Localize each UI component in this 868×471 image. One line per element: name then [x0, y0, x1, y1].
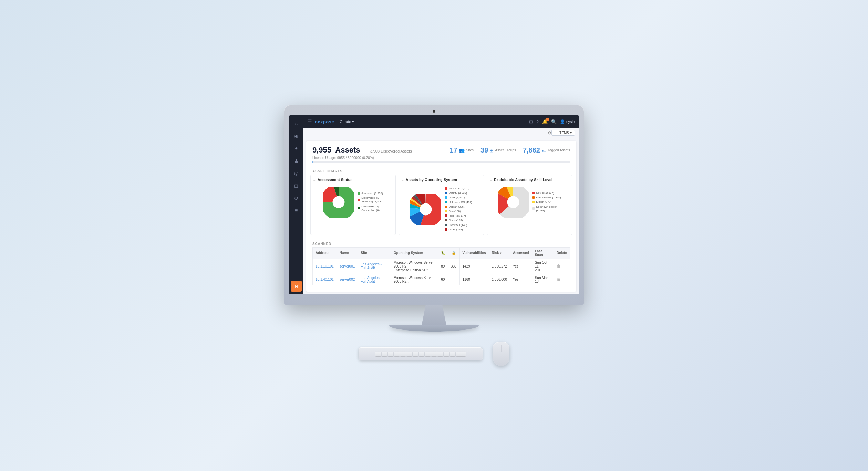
monitor-stand-base	[389, 325, 479, 332]
legend-redhat: Red Hat (177)	[445, 214, 472, 218]
keyboard	[359, 347, 483, 360]
sidebar-item-messages[interactable]: ◉	[291, 130, 302, 142]
legend-ubuntu: Ubuntu (3,039)	[445, 191, 472, 195]
sites-count: 17	[450, 146, 457, 154]
col-assessed[interactable]: Assessed	[510, 247, 532, 259]
legend-linux: Linux (1,541)	[445, 196, 472, 199]
sites-icon: 👥	[459, 148, 465, 153]
sidebar-item-reports[interactable]: ◻	[291, 180, 302, 191]
scanned-section: SCANNED Address Name Site Operating Syst…	[306, 239, 576, 290]
col-risk[interactable]: Risk ▾	[489, 247, 510, 259]
search-button[interactable]: 🔍	[551, 119, 557, 124]
grid-button[interactable]: ⊞	[529, 119, 533, 124]
asset-groups-icon: ⊞	[489, 148, 494, 153]
legend-no-exploit: No known exploit(8,318)	[532, 205, 561, 212]
progress-bar	[312, 161, 570, 163]
assets-title-row: 9,955 Assets | 3,908 Discovered Assets 1…	[312, 146, 570, 155]
assets-count: 9,955	[312, 146, 331, 155]
app-logo: nexpose	[315, 119, 334, 124]
os-chart-menu-icon[interactable]: ≡	[402, 179, 404, 183]
delete-row2-icon[interactable]: 🗑	[557, 277, 561, 282]
exploitable-pie-chart	[498, 187, 529, 218]
sub-header: ⚙ ◻ ITEMS ▾	[303, 128, 579, 138]
monitor-stand-neck	[413, 305, 455, 325]
assessment-chart-header: ≡ Assessment Status	[313, 178, 393, 185]
sidebar-item-home[interactable]: ⌂	[291, 118, 302, 129]
row2-os: Microsoft Windows Server 2003 R2...	[391, 274, 438, 285]
col-address[interactable]: Address	[313, 247, 337, 259]
col-site[interactable]: Site	[358, 247, 391, 259]
row1-delete[interactable]: 🗑	[554, 259, 570, 274]
row1-name[interactable]: server001	[337, 259, 358, 274]
sidebar-item-asset[interactable]: N	[291, 281, 302, 292]
row2-risk: 1,036,000	[489, 274, 510, 285]
keyboard-area	[359, 342, 509, 366]
col-name[interactable]: Name	[337, 247, 358, 259]
discovered-connection-color	[358, 207, 360, 209]
topbar-actions: ⊞ ? 🔔 🔍 👤 sysin	[529, 119, 575, 124]
exploitable-legend: Novice (2,337) Intermediate (1,330)	[532, 191, 561, 213]
exploitable-chart-menu-icon[interactable]: ≡	[490, 179, 492, 183]
row2-site[interactable]: Los Angeles - Full Audit	[358, 274, 391, 285]
os-chart-header: ≡ Assets by Operating System	[402, 178, 481, 185]
asset-charts-section-title: ASSET CHARTS	[306, 166, 576, 175]
hamburger-icon[interactable]: ☰	[308, 119, 312, 124]
legend-debian: Debian (306)	[445, 205, 472, 209]
asset-groups-label: Asset Groups	[495, 148, 516, 153]
notification-button[interactable]: 🔔	[542, 119, 548, 124]
legend-freebsd: FreeBSD (143)	[445, 223, 472, 227]
os-chart-title: Assets by Operating System	[406, 178, 457, 182]
assets-stats: 17 👥 Sites 39 ⊞ Asset Groups	[450, 146, 570, 154]
items-label: ITEMS	[558, 131, 569, 135]
legend-unknown-os: Unknown OS (482)	[445, 200, 472, 204]
row2-address[interactable]: 10.1.40.101	[313, 274, 337, 285]
user-menu[interactable]: 👤 sysin	[560, 119, 575, 124]
create-button[interactable]: Create ▾	[337, 118, 357, 125]
delete-row1-icon[interactable]: 🗑	[557, 264, 561, 269]
row1-os: Microsoft Windows Server 2003 R2,Enterpr…	[391, 259, 438, 274]
assessment-pie-chart	[323, 187, 354, 218]
row1-v2: 339	[448, 259, 459, 274]
create-label: Create	[340, 119, 351, 124]
sites-label: Sites	[466, 148, 474, 153]
legend-expert: Expert (878)	[532, 200, 561, 204]
tagged-assets-count: 7,862	[523, 146, 540, 154]
assessment-chart-menu-icon[interactable]: ≡	[313, 179, 316, 183]
table-row: 10.1.10.101 server001 Los Angeles - Full…	[313, 259, 570, 274]
legend-discovered-scanning: Discovered byScanning (2,508)	[358, 196, 383, 203]
main-content: ☰ nexpose Create ▾ ⊞ ?	[303, 115, 579, 294]
progress-bar-fill	[312, 161, 313, 163]
question-button[interactable]: ?	[536, 119, 539, 124]
create-arrow-icon: ▾	[352, 119, 354, 124]
sidebar-item-logs[interactable]: ≡	[291, 205, 302, 216]
notification-badge	[546, 118, 549, 121]
svg-point-14	[420, 203, 432, 215]
sidebar-item-alerts[interactable]: ◎	[291, 168, 302, 179]
assets-label: Assets	[333, 146, 360, 155]
legend-discovered-connection: Discovered byConnection (0)	[358, 205, 383, 212]
col-vulnerabilities[interactable]: Vulnerabilities	[459, 247, 489, 259]
filter-icon[interactable]: ⚙	[548, 130, 551, 135]
row1-last-scan: Sun Oct 112015	[532, 259, 554, 274]
monitor-screen: ⌂ ◉ ✦ ♟ ◎ ◻ ⊘ ≡ N	[289, 115, 579, 294]
row1-assessed: Yes	[510, 259, 532, 274]
items-button[interactable]: ◻ ITEMS ▾	[551, 130, 575, 136]
title-separator: |	[363, 148, 368, 154]
logo-text: nexpose	[315, 119, 334, 124]
mouse	[493, 342, 509, 366]
row2-delete[interactable]: 🗑	[554, 274, 570, 285]
assets-header: 9,955 Assets | 3,908 Discovered Assets 1…	[306, 141, 576, 166]
sidebar-item-tags[interactable]: ⊘	[291, 192, 302, 203]
sidebar-item-vulnerabilities[interactable]: ✦	[291, 143, 302, 154]
user-icon: 👤	[560, 119, 565, 124]
row2-name[interactable]: server002	[337, 274, 358, 285]
col-delete: Delete	[554, 247, 570, 259]
row1-address[interactable]: 10.1.10.101	[313, 259, 337, 274]
legend-intermediate: Intermediate (1,330)	[532, 196, 561, 199]
col-os[interactable]: Operating System	[391, 247, 438, 259]
assessment-chart-content: Assessed (9,955) Discovered byScanning (…	[313, 187, 393, 218]
content-area: 9,955 Assets | 3,908 Discovered Assets 1…	[306, 141, 576, 292]
col-last-scan[interactable]: Last Scan	[532, 247, 554, 259]
row1-site[interactable]: Los Angeles - Full Audit	[358, 259, 391, 274]
sidebar-item-policies[interactable]: ♟	[291, 155, 302, 166]
